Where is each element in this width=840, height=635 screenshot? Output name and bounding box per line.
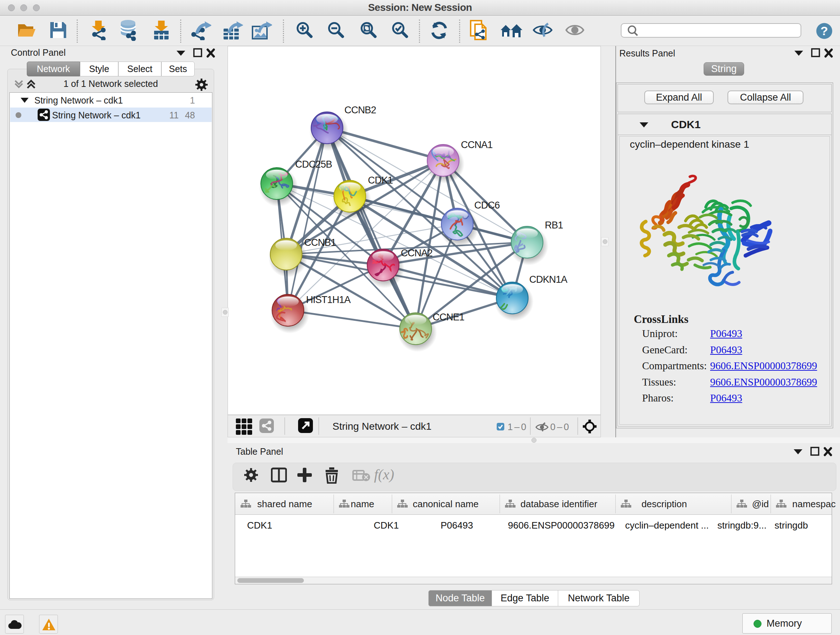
svg-text:CCNB2: CCNB2	[344, 105, 376, 116]
svg-text:CCNE1: CCNE1	[433, 312, 464, 323]
svg-text:HIST1H1A: HIST1H1A	[306, 295, 351, 305]
svg-text:?: ?	[821, 24, 828, 38]
svg-text:CDKN1A: CDKN1A	[529, 274, 568, 285]
svg-text:CCNA1: CCNA1	[461, 139, 493, 150]
svg-text:CCNA2: CCNA2	[401, 248, 433, 258]
svg-text:CDC6: CDC6	[474, 200, 500, 211]
svg-text:CDK1: CDK1	[368, 175, 393, 186]
svg-text:RB1: RB1	[545, 220, 563, 231]
svg-text:CDC25B: CDC25B	[295, 159, 332, 170]
svg-text:CCNB1: CCNB1	[304, 237, 336, 248]
